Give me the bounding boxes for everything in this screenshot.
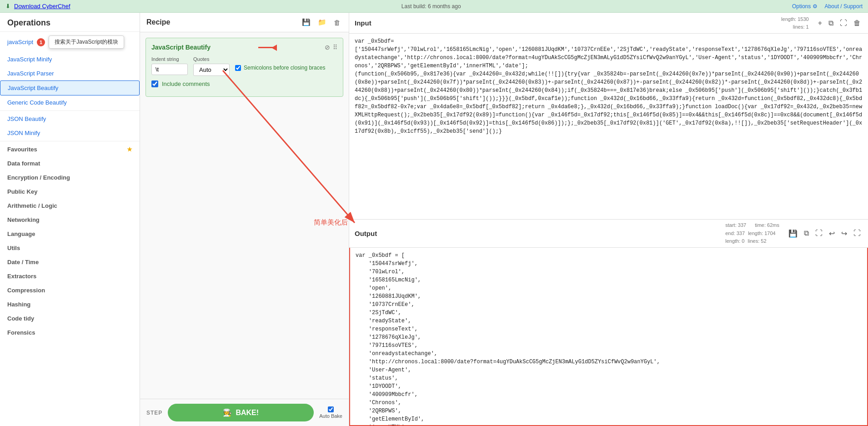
input-title: Input xyxy=(355,19,371,27)
input-lines-val: 1 xyxy=(806,24,809,30)
sidebar-section-encryption-encoding[interactable]: Encryption / Encoding xyxy=(0,170,140,185)
auto-bake-label: Auto Bake xyxy=(319,413,342,419)
sidebar-section-public-key[interactable]: Public Key xyxy=(0,185,140,199)
sidebar-section-networking[interactable]: Networking xyxy=(0,213,140,227)
input-length-label: length: xyxy=(781,16,798,22)
output-lines-label: lines: xyxy=(748,238,761,244)
sidebar-section-data-format[interactable]: Data format xyxy=(0,156,140,170)
indent-string-field: Indent string xyxy=(151,56,188,75)
sidebar-section-arithmetic-logic[interactable]: Arithmetic / Logic xyxy=(0,199,140,213)
op-fields-row: Indent string Quotes Auto Single Double xyxy=(151,56,337,76)
build-info: Last build: 6 months ago xyxy=(401,3,461,10)
input-length-val: 1530 xyxy=(798,16,808,22)
quotes-field: Quotes Auto Single Double xyxy=(193,56,230,76)
output-end-label: end: xyxy=(725,231,736,236)
input-meta: length: 1530 lines: 1 xyxy=(781,15,809,30)
output-save-btn[interactable]: 💾 xyxy=(787,228,799,239)
sidebar-title: Operations xyxy=(0,13,140,32)
arrowhead-left xyxy=(271,45,277,51)
sidebar-section-date-time[interactable]: Date / Time xyxy=(0,255,140,269)
clear-recipe-btn[interactable]: 🗑 xyxy=(332,18,342,27)
quotes-label: Quotes xyxy=(193,56,230,62)
input-panel-header: Input length: 1530 lines: 1 + ⧉ ⛶ 🗑 xyxy=(349,13,868,34)
semicolons-checkbox[interactable] xyxy=(235,65,241,71)
sidebar-section-language[interactable]: Language xyxy=(0,227,140,241)
input-content[interactable]: var _0x5bdf= ['150447srWefj','70lwLrol',… xyxy=(349,34,868,219)
sidebar-section-favourites[interactable]: Favourites ★ xyxy=(0,142,140,156)
quotes-select[interactable]: Auto Single Double xyxy=(193,64,230,76)
operation-card: JavaScript Beautify ⊘ ⠿ Indent string xyxy=(146,38,343,97)
output-start-label: start: xyxy=(725,222,738,228)
options-link[interactable]: Options ⚙ xyxy=(792,3,818,10)
output-length-out-val: 0 xyxy=(742,238,744,244)
output-content[interactable]: var _0x5bdf = [ '150447srWefj', '70lwLro… xyxy=(349,248,868,426)
output-start-val: 337 xyxy=(738,222,746,228)
output-panel: Output start: 337 time: 62ms end: 337 le… xyxy=(349,220,868,426)
sidebar-section-utils[interactable]: Utils xyxy=(0,241,140,255)
output-maximize-btn[interactable]: ⛶ xyxy=(852,228,863,238)
output-expand-btn[interactable]: ⛶ xyxy=(813,228,824,238)
op-card-icons: ⊘ ⠿ xyxy=(325,44,337,51)
main-content: Operations javaScript 1 搜索关于JavaScript的模… xyxy=(0,13,868,426)
output-end-val: 337 xyxy=(737,231,745,236)
output-length-out-label: length: xyxy=(725,238,742,244)
sidebar-section-extractors[interactable]: Extractors xyxy=(0,269,140,283)
top-bar-right: Options ⚙ About / Support xyxy=(792,3,863,10)
download-link[interactable]: Download CyberChef xyxy=(14,3,70,10)
op-card-arrow-area xyxy=(258,47,276,48)
bake-icon: 🧑‍🍳 xyxy=(223,408,232,417)
recipe-panel: Recipe 💾 📁 🗑 JavaScript Beautify xyxy=(140,13,349,426)
indent-string-label: Indent string xyxy=(151,56,188,62)
indent-string-input[interactable] xyxy=(151,64,188,75)
save-recipe-btn[interactable]: 💾 xyxy=(300,17,312,27)
about-link[interactable]: About / Support xyxy=(825,3,863,10)
input-panel-icons: + ⧉ ⛶ 🗑 xyxy=(816,18,863,28)
output-copy-btn[interactable]: ⧉ xyxy=(802,228,811,238)
bake-button[interactable]: 🧑‍🍳 BAKE! xyxy=(168,404,314,421)
output-header-right: start: 337 time: 62ms end: 337 length: 1… xyxy=(725,221,863,246)
top-bar-left: ⬇ Download CyberChef xyxy=(5,3,70,10)
open-recipe-btn[interactable]: 📁 xyxy=(316,17,328,27)
step-label: STEP xyxy=(146,410,162,416)
sidebar-section-hashing[interactable]: Hashing xyxy=(0,297,140,311)
sidebar-section-forensics[interactable]: Forensics xyxy=(0,326,140,340)
input-clear-btn[interactable]: 🗑 xyxy=(852,18,863,28)
sidebar: Operations javaScript 1 搜索关于JavaScript的模… xyxy=(0,13,140,426)
op-drag-icon[interactable]: ⠿ xyxy=(333,44,337,51)
op-disable-icon[interactable]: ⊘ xyxy=(325,44,330,51)
io-area: Input length: 1530 lines: 1 + ⧉ ⛶ 🗑 xyxy=(349,13,868,426)
top-bar: ⬇ Download CyberChef Last build: 6 month… xyxy=(0,0,868,13)
sidebar-item-js-beautify[interactable]: JavaScript Beautify xyxy=(0,80,140,95)
recipe-icons: 💾 📁 🗑 xyxy=(300,17,342,27)
js-label: javaScript xyxy=(7,39,33,45)
js-badge: 1 xyxy=(37,38,45,46)
auto-bake-checkbox[interactable] xyxy=(328,406,334,412)
input-add-btn[interactable]: + xyxy=(816,18,824,28)
app-root: ⬇ Download CyberChef Last build: 6 month… xyxy=(0,0,868,426)
output-redo-btn[interactable]: ↪ xyxy=(839,228,849,239)
sidebar-section-code-tidy[interactable]: Code tidy xyxy=(0,311,140,326)
input-split-btn[interactable]: ⧉ xyxy=(827,18,835,28)
output-meta: start: 337 time: 62ms end: 337 length: 1… xyxy=(725,221,779,246)
sidebar-item-json-minify[interactable]: JSON Minify xyxy=(0,126,140,140)
recipe-title: Recipe xyxy=(146,18,170,26)
gear-icon: ⚙ xyxy=(813,3,818,10)
include-comments-label: Include comments xyxy=(162,80,210,87)
include-comments-checkbox[interactable] xyxy=(151,80,158,87)
sidebar-divider-1 xyxy=(0,110,140,111)
bake-row: STEP 🧑‍🍳 BAKE! Auto Bake xyxy=(140,399,349,426)
input-expand-btn[interactable]: ⛶ xyxy=(838,18,849,28)
output-undo-btn[interactable]: ↩ xyxy=(827,228,837,239)
sidebar-section-compression[interactable]: Compression xyxy=(0,283,140,297)
output-time-label: time: xyxy=(755,222,767,228)
download-icon: ⬇ xyxy=(5,3,10,10)
output-panel-header: Output start: 337 time: 62ms end: 337 le… xyxy=(349,220,868,248)
sidebar-item-js-parser[interactable]: JavaScript Parser xyxy=(0,66,140,80)
sidebar-item-js-minify[interactable]: JavaScript Minify xyxy=(0,52,140,66)
bake-label: BAKE! xyxy=(236,409,259,417)
recipe-header: Recipe 💾 📁 🗑 xyxy=(140,13,349,32)
op-card-header: JavaScript Beautify ⊘ ⠿ xyxy=(151,44,337,51)
sidebar-item-generic-code[interactable]: Generic Code Beautify xyxy=(0,95,140,110)
semicolons-label: Semicolons before closing braces xyxy=(244,65,325,71)
sidebar-item-json-beautify[interactable]: JSON Beautify xyxy=(0,112,140,126)
